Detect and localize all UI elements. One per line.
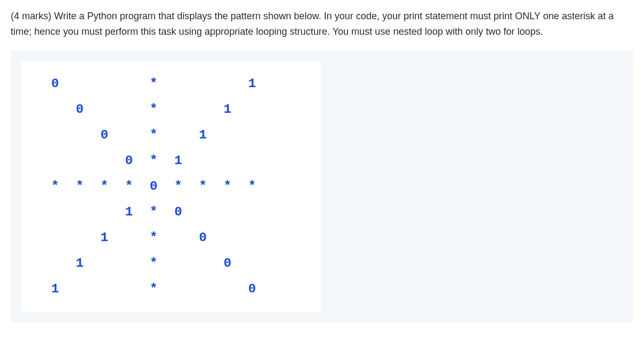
pattern-cell (117, 103, 141, 117)
pattern-cell (67, 128, 92, 142)
pattern-row: 1*0 (43, 257, 300, 270)
pattern-cell (117, 128, 141, 142)
pattern-cell (43, 103, 67, 117)
pattern-cell: 1 (166, 154, 191, 168)
pattern-cell (43, 205, 67, 219)
pattern-cell: 0 (141, 180, 166, 194)
pattern-cell (191, 205, 215, 219)
pattern-cell (43, 128, 67, 142)
pattern-cell (191, 154, 215, 168)
pattern-cell: * (191, 180, 215, 194)
pattern-cell: 0 (43, 77, 67, 91)
pattern-cell: * (215, 180, 240, 194)
pattern-cell (67, 282, 92, 296)
pattern-cell (92, 205, 117, 219)
pattern-row: 0*1 (43, 128, 300, 142)
pattern-cell (191, 282, 215, 296)
pattern-cell (215, 231, 240, 245)
pattern-cell (67, 77, 92, 91)
pattern-cell (166, 257, 191, 270)
pattern-cell (240, 205, 264, 219)
pattern-cell: * (43, 180, 67, 194)
pattern-cell (67, 231, 92, 245)
pattern-cell (166, 128, 191, 142)
pattern-cell (215, 77, 240, 91)
pattern-cell: 0 (215, 257, 240, 270)
question-text: (4 marks) Write a Python program that di… (11, 9, 633, 40)
pattern-cell (240, 154, 264, 168)
pattern-cell (43, 231, 67, 245)
pattern-cell: 0 (117, 154, 141, 168)
pattern-cell: * (166, 180, 191, 194)
pattern-cell: 1 (92, 231, 117, 245)
pattern-cell: * (141, 77, 166, 91)
pattern-cell: 0 (67, 103, 92, 117)
pattern-cell: * (141, 257, 166, 270)
pattern-cell: 1 (117, 205, 141, 219)
pattern-cell: * (92, 180, 117, 194)
pattern-cell (215, 128, 240, 142)
pattern-row: 0*1 (43, 77, 300, 91)
pattern-cell (191, 103, 215, 117)
pattern-cell: * (141, 103, 166, 117)
pattern-row: 1*0 (43, 282, 300, 296)
pattern-cell (215, 282, 240, 296)
pattern-cell: 0 (191, 231, 215, 245)
pattern-cell (166, 77, 191, 91)
pattern-cell: * (141, 128, 166, 142)
pattern-container: 0*10*10*10*1****0****1*01*01*01*0 (11, 50, 633, 323)
pattern-cell: 1 (43, 282, 67, 296)
pattern-cell (92, 77, 117, 91)
pattern-cell: * (67, 180, 92, 194)
pattern-cell: 1 (240, 77, 264, 91)
pattern-row: 0*1 (43, 103, 300, 117)
pattern-cell: 0 (166, 205, 191, 219)
pattern-cell (92, 154, 117, 168)
pattern-cell (117, 77, 141, 91)
pattern-cell: * (141, 231, 166, 245)
pattern-cell (191, 257, 215, 270)
pattern-cell (166, 231, 191, 245)
pattern-cell (67, 154, 92, 168)
pattern-cell (43, 257, 67, 270)
pattern-cell (240, 231, 264, 245)
pattern-grid: 0*10*10*10*1****0****1*01*01*01*0 (43, 77, 300, 296)
pattern-cell: 0 (92, 128, 117, 142)
pattern-row: 1*0 (43, 205, 300, 219)
pattern-cell: 0 (240, 282, 264, 296)
pattern-row: 1*0 (43, 231, 300, 245)
pattern-cell: * (141, 282, 166, 296)
pattern-cell (92, 257, 117, 270)
pattern-cell (215, 205, 240, 219)
pattern-cell (92, 282, 117, 296)
pattern-cell (166, 282, 191, 296)
pattern-cell: * (141, 205, 166, 219)
pattern-cell (117, 282, 141, 296)
pattern-cell: * (117, 180, 141, 194)
pattern-cell: * (141, 154, 166, 168)
pattern-cell (240, 103, 264, 117)
pattern-cell (43, 154, 67, 168)
pattern-cell (240, 257, 264, 270)
pattern-cell (191, 77, 215, 91)
pattern-cell (166, 103, 191, 117)
pattern-cell (215, 154, 240, 168)
pattern-cell: 1 (67, 257, 92, 270)
pattern-cell (117, 231, 141, 245)
pattern-row: ****0**** (43, 180, 300, 194)
pattern-row: 0*1 (43, 154, 300, 168)
pattern-cell: 1 (215, 103, 240, 117)
pattern-cell (67, 205, 92, 219)
pattern-output: 0*10*10*10*1****0****1*01*01*01*0 (21, 61, 321, 312)
pattern-cell (92, 103, 117, 117)
pattern-cell (117, 257, 141, 270)
pattern-cell (240, 128, 264, 142)
pattern-cell: 1 (191, 128, 215, 142)
pattern-cell: * (240, 180, 264, 194)
